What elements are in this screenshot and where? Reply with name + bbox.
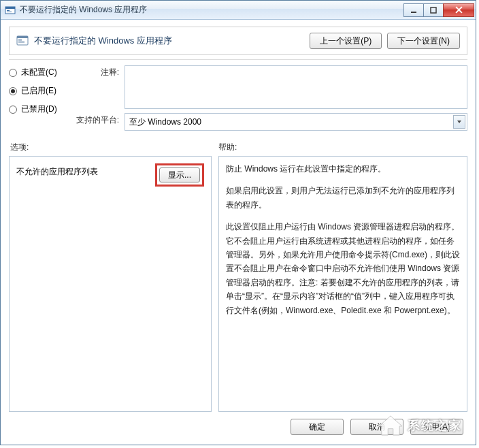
policy-header: 不要运行指定的 Windows 应用程序 上一个设置(P) 下一个设置(N) [9, 27, 467, 55]
help-section-label: 帮助: [213, 142, 467, 153]
ok-button[interactable]: 确定 [291, 419, 344, 435]
config-block: 未配置(C) 已启用(E) 已禁用(D) 注释: 支持的平台: 至少 Windo… [9, 59, 467, 131]
section-labels: 选项: 帮助: [9, 142, 467, 153]
prev-setting-button[interactable]: 上一个设置(P) [310, 33, 382, 49]
svg-rect-2 [7, 10, 10, 11]
radio-icon [9, 69, 17, 77]
help-paragraph: 如果启用此设置，则用户无法运行已添加到不允许的应用程序列表的程序。 [226, 184, 460, 212]
disallowed-list-label: 不允许的应用程序列表 [16, 163, 155, 178]
radio-enabled[interactable]: 已启用(E) [9, 85, 76, 97]
maximize-button[interactable] [423, 3, 444, 17]
radio-label: 未配置(C) [21, 67, 57, 78]
panes: 不允许的应用程序列表 显示... 防止 Windows 运行在此设置中指定的程序… [9, 156, 467, 412]
radio-icon [9, 106, 17, 114]
show-button[interactable]: 显示... [159, 167, 200, 182]
svg-rect-5 [431, 7, 436, 13]
radio-icon [9, 87, 17, 95]
state-radio-group: 未配置(C) 已启用(E) 已禁用(D) [9, 65, 76, 131]
policy-title: 不要运行指定的 Windows 应用程序 [34, 35, 304, 47]
client-area: 不要运行指定的 Windows 应用程序 上一个设置(P) 下一个设置(N) 未… [1, 20, 476, 445]
next-setting-button[interactable]: 下一个设置(N) [387, 33, 460, 49]
radio-unconfigured[interactable]: 未配置(C) [9, 67, 76, 78]
minimize-button[interactable] [403, 3, 424, 17]
svg-rect-8 [18, 39, 22, 41]
svg-rect-1 [5, 7, 15, 9]
svg-rect-3 [7, 12, 12, 12]
platform-field[interactable]: 至少 Windows 2000 [125, 113, 467, 131]
apply-button[interactable]: 应用(A) [410, 419, 463, 435]
help-paragraph: 防止 Windows 运行在此设置中指定的程序。 [226, 162, 460, 176]
fields-grid: 注释: 支持的平台: 至少 Windows 2000 [76, 65, 467, 131]
cancel-button[interactable]: 取消 [350, 419, 403, 435]
radio-disabled[interactable]: 已禁用(D) [9, 103, 76, 115]
policy-icon [16, 35, 29, 47]
chevron-down-icon[interactable] [453, 115, 465, 129]
radio-label: 已启用(E) [21, 85, 56, 97]
platform-label: 支持的平台: [76, 113, 125, 126]
dialog-window: 不要运行指定的 Windows 应用程序 不要运行指 [0, 0, 476, 445]
svg-rect-7 [17, 36, 28, 38]
svg-rect-4 [411, 12, 416, 13]
svg-rect-9 [18, 42, 24, 43]
help-pane[interactable]: 防止 Windows 运行在此设置中指定的程序。 如果启用此设置，则用户无法运行… [218, 156, 467, 412]
show-button-highlight: 显示... [155, 163, 204, 187]
options-section-label: 选项: [9, 142, 213, 153]
platform-value: 至少 Windows 2000 [129, 117, 201, 127]
comment-label: 注释: [76, 65, 125, 78]
options-pane: 不允许的应用程序列表 显示... [9, 156, 212, 412]
title-bar[interactable]: 不要运行指定的 Windows 应用程序 [1, 1, 476, 20]
comment-textarea[interactable] [125, 65, 467, 109]
radio-label: 已禁用(D) [21, 103, 57, 115]
app-icon [5, 5, 16, 16]
close-button[interactable] [443, 3, 474, 17]
window-buttons [404, 3, 474, 17]
window-title: 不要运行指定的 Windows 应用程序 [20, 4, 404, 16]
help-paragraph: 此设置仅阻止用户运行由 Windows 资源管理器进程启动的程序。它不会阻止用户… [226, 220, 460, 317]
dialog-footer: 确定 取消 应用(A) 系统之家 [9, 412, 467, 441]
